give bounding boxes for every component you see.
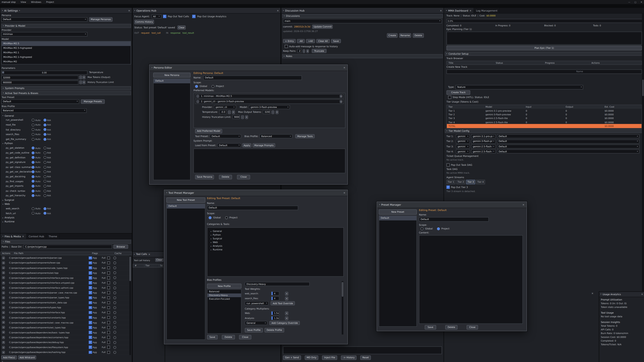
- scrollbar-thumb[interactable]: [642, 80, 644, 96]
- category-row[interactable]: ▸ General: [208, 229, 344, 233]
- agg-checkbox[interactable]: ✓: [89, 291, 92, 294]
- operations-hub-header[interactable]: ▾ Operations Hub ✕: [133, 8, 280, 13]
- ask-radio[interactable]: [43, 166, 46, 169]
- remove-file-button[interactable]: x: [2, 331, 5, 334]
- tool-group-row[interactable]: ▸ Surgical: [0, 198, 131, 202]
- entry-button[interactable]: -All: [297, 39, 305, 43]
- popout-dag-checkbox[interactable]: ✓: [446, 163, 450, 167]
- reorder-button[interactable]: -: [196, 95, 199, 98]
- popout-usage-checkbox[interactable]: ✓: [192, 15, 196, 18]
- manage-personas-button[interactable]: Manage Personas: [89, 17, 112, 22]
- max-tokens-increment-button[interactable]: +: [82, 76, 85, 79]
- auto-radio[interactable]: [32, 194, 34, 197]
- tab-log-management[interactable]: Log Management: [474, 8, 500, 13]
- category-override-select[interactable]: General▾: [245, 321, 268, 325]
- tier-model-select[interactable]: gemini-2.5-flash-lite▾: [471, 144, 496, 148]
- temperature-input[interactable]: -0.0: [219, 110, 226, 114]
- track-name-input[interactable]: Name: [446, 69, 642, 74]
- group-triangle-icon[interactable]: ▸: [2, 217, 3, 219]
- add-tool-override-button[interactable]: Add Tool Override: [271, 301, 295, 305]
- discussion-select[interactable]: main▾: [283, 19, 442, 23]
- files-tab[interactable]: ▾ Theme ✕: [46, 233, 60, 239]
- cache-indicator-icon[interactable]: [114, 311, 116, 314]
- tier-provider-select[interactable]: gemini▾: [456, 149, 470, 153]
- auto-radio[interactable]: [32, 138, 34, 141]
- agg-checkbox[interactable]: ✓: [89, 256, 92, 259]
- history-decrement-button[interactable]: -: [241, 115, 244, 119]
- remove-file-button[interactable]: x: [2, 281, 5, 284]
- tier-provider-select[interactable]: gemini▾: [456, 134, 470, 138]
- cache-indicator-icon[interactable]: [114, 301, 116, 304]
- cache-indicator-icon[interactable]: [114, 341, 116, 344]
- create-discussion-button[interactable]: Create: [387, 33, 398, 38]
- model-option[interactable]: MiniMax-M2.1-highspeed: [2, 55, 131, 59]
- add-preferred-model-button[interactable]: Add Preferred Model: [195, 129, 222, 133]
- entry-button[interactable]: + Entry: [283, 39, 296, 43]
- close-icon[interactable]: ✕: [343, 192, 345, 194]
- tier-preset-select[interactable]: Default▾: [497, 134, 640, 138]
- collapse-icon[interactable]: ▾: [152, 67, 152, 69]
- maximize-button[interactable]: □: [634, 1, 636, 3]
- save-profile-button[interactable]: Save Profile: [245, 328, 263, 333]
- focus-agent-select[interactable]: All▾: [151, 14, 161, 18]
- full-checkbox[interactable]: ✓: [107, 271, 110, 274]
- collapse-icon[interactable]: ▾: [134, 253, 135, 255]
- history-decrement-button[interactable]: -: [79, 80, 82, 84]
- new-tool-preset-button[interactable]: New Tool Preset: [166, 197, 206, 203]
- remove-file-button[interactable]: x: [2, 291, 5, 294]
- agg-checkbox[interactable]: ✓: [89, 301, 92, 304]
- cache-indicator-icon[interactable]: [114, 306, 116, 309]
- manage-presets-button[interactable]: Manage Presets: [81, 99, 105, 104]
- cache-indicator-icon[interactable]: [114, 351, 116, 354]
- files-tab[interactable]: ▾ Files & Media ✕: [0, 233, 26, 239]
- profile-name-input[interactable]: Discovery-Heavy: [245, 282, 310, 286]
- category-triangle-icon[interactable]: ▸: [211, 245, 212, 247]
- full-checkbox[interactable]: ✓: [107, 291, 110, 294]
- delete-button[interactable]: Delete: [222, 335, 235, 339]
- collapse-icon[interactable]: ▾: [134, 9, 135, 11]
- remove-weight-button[interactable]: x: [285, 292, 288, 295]
- category-row[interactable]: ▸ Web: [208, 241, 344, 244]
- footer-button[interactable]: MD Only: [304, 356, 318, 360]
- persona-editor-header[interactable]: ▾ Persona Editor ✕: [150, 65, 347, 71]
- tab-close-icon[interactable]: ✕: [22, 235, 24, 238]
- full-checkbox[interactable]: ✓: [107, 321, 110, 324]
- close-icon[interactable]: ✕: [148, 253, 150, 256]
- auto-radio[interactable]: [32, 189, 34, 192]
- cache-indicator-icon[interactable]: [114, 331, 116, 334]
- active-presets-section[interactable]: ▾Active Tool Presets & Biases: [1, 91, 131, 95]
- category-row[interactable]: ▸ Runtime: [208, 248, 344, 252]
- auto-radio[interactable]: [32, 212, 34, 215]
- scrollbar-thumb[interactable]: [129, 257, 131, 281]
- agg-checkbox[interactable]: ✓: [89, 346, 92, 349]
- full-checkbox[interactable]: ✓: [107, 316, 110, 319]
- auto-radio[interactable]: [32, 161, 34, 164]
- tool-override-select[interactable]: run_powershell▾: [245, 301, 269, 305]
- full-checkbox[interactable]: ✓: [107, 261, 110, 265]
- multiplier-input[interactable]: 1.5x: [271, 311, 279, 315]
- global-radio[interactable]: [195, 85, 198, 88]
- footer-button[interactable]: -> History: [341, 356, 357, 360]
- plan-epic-button[interactable]: Plan Epic (Tier 1): [446, 45, 642, 50]
- preset-content-textarea[interactable]: [419, 235, 523, 324]
- category-triangle-icon[interactable]: ▸: [211, 249, 212, 251]
- model-option[interactable]: MiniMax-M2.5-highspeed: [2, 46, 131, 50]
- truncate-button[interactable]: Truncate: [312, 49, 326, 53]
- tier-preset-select[interactable]: Default▾: [497, 149, 640, 153]
- remove-model-button[interactable]: x: [340, 95, 342, 98]
- bias-profile-select[interactable]: Balanced▾: [1, 108, 86, 113]
- full-checkbox[interactable]: ✓: [107, 326, 110, 329]
- collapse-icon[interactable]: ▾: [166, 192, 167, 194]
- remove-multiplier-button[interactable]: x: [285, 316, 288, 320]
- comms-history-button[interactable]: Comms History: [134, 20, 154, 24]
- tab-mma-dashboard[interactable]: ▾ MMA Dashboard ✕: [444, 8, 474, 13]
- delete-persona-button[interactable]: Delete: [219, 175, 232, 179]
- new-preset-button[interactable]: New Preset: [379, 209, 417, 215]
- epic-planning-input[interactable]: [446, 32, 642, 45]
- ask-radio[interactable]: [43, 185, 46, 188]
- cache-indicator-icon[interactable]: [114, 346, 116, 349]
- auto-radio[interactable]: [32, 133, 34, 136]
- cache-indicator-icon[interactable]: [114, 281, 116, 284]
- agg-checkbox[interactable]: ✓: [89, 331, 92, 334]
- cache-indicator-icon[interactable]: [114, 267, 116, 269]
